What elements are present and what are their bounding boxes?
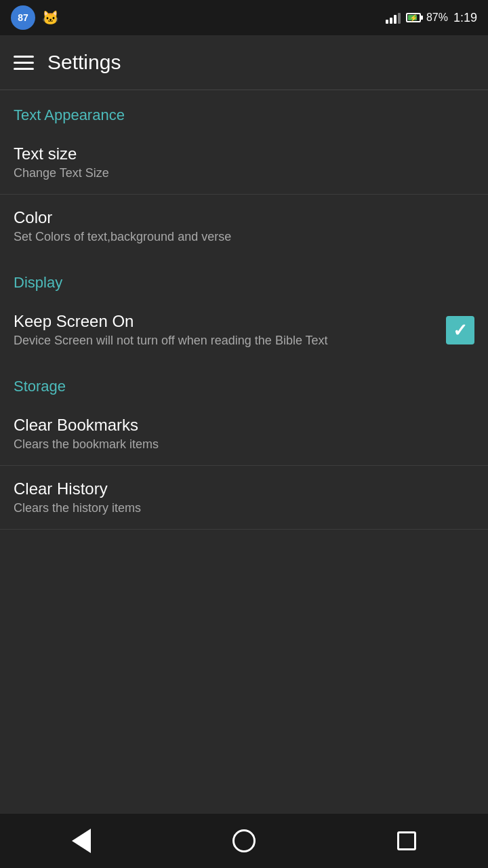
section-header-text-appearance: Text Appearance <box>0 90 488 131</box>
status-time: 1:19 <box>453 11 477 25</box>
battery-icon: ⚡ <box>406 13 421 22</box>
settings-item-clear-bookmarks-subtitle: Clears the bookmark items <box>14 437 474 452</box>
settings-item-clear-history-text: Clear History Clears the history items <box>14 479 474 515</box>
signal-icon <box>386 12 401 24</box>
settings-item-text-size-title: Text size <box>14 144 474 163</box>
status-bar-left: 87 🐱 <box>11 5 59 30</box>
keep-screen-on-checkbox[interactable]: ✓ <box>446 316 474 344</box>
settings-item-clear-bookmarks[interactable]: Clear Bookmarks Clears the bookmark item… <box>0 402 488 465</box>
section-header-display: Display <box>0 258 488 298</box>
settings-item-keep-screen-on-title: Keep Screen On <box>14 312 446 331</box>
settings-item-color-text: Color Set Colors of text,background and … <box>14 208 474 244</box>
settings-item-clear-history[interactable]: Clear History Clears the history items <box>0 466 488 529</box>
settings-item-clear-bookmarks-text: Clear Bookmarks Clears the bookmark item… <box>14 416 474 452</box>
settings-item-color[interactable]: Color Set Colors of text,background and … <box>0 195 488 258</box>
settings-item-keep-screen-on-text: Keep Screen On Device Screen will not tu… <box>14 312 446 348</box>
status-bar-right: ⚡ 87% 1:19 <box>386 11 477 25</box>
battery-indicator: ⚡ <box>406 13 421 22</box>
settings-item-text-size-text: Text size Change Text Size <box>14 144 474 180</box>
hamburger-menu-button[interactable] <box>14 56 34 70</box>
back-icon <box>72 829 91 853</box>
nav-home-button[interactable] <box>224 821 264 861</box>
battery-percent: 87% <box>426 12 448 24</box>
checkmark-icon: ✓ <box>453 321 468 339</box>
settings-item-clear-history-title: Clear History <box>14 479 474 498</box>
settings-item-text-size[interactable]: Text size Change Text Size <box>0 131 488 194</box>
nav-recent-button[interactable] <box>386 821 427 861</box>
app-bar: Settings <box>0 35 488 90</box>
settings-item-clear-history-subtitle: Clears the history items <box>14 501 474 515</box>
settings-item-keep-screen-on-subtitle: Device Screen will not turn off when rea… <box>14 334 446 348</box>
recent-icon <box>397 831 416 850</box>
home-icon <box>232 829 256 852</box>
nav-back-button[interactable] <box>61 821 102 861</box>
settings-item-color-subtitle: Set Colors of text,background and verse <box>14 230 474 244</box>
section-header-storage: Storage <box>0 361 488 402</box>
settings-item-keep-screen-on[interactable]: Keep Screen On Device Screen will not tu… <box>0 298 488 361</box>
settings-content: Text Appearance Text size Change Text Si… <box>0 90 488 530</box>
settings-item-text-size-subtitle: Change Text Size <box>14 166 474 180</box>
status-bar: 87 🐱 ⚡ 87% 1:19 <box>0 0 488 35</box>
settings-item-clear-bookmarks-title: Clear Bookmarks <box>14 416 474 435</box>
bottom-navigation <box>0 814 488 868</box>
page-title: Settings <box>47 51 121 74</box>
cat-icon: 🐱 <box>42 9 59 26</box>
divider-3 <box>0 529 488 530</box>
notification-badge: 87 <box>11 5 35 30</box>
settings-item-color-title: Color <box>14 208 474 227</box>
